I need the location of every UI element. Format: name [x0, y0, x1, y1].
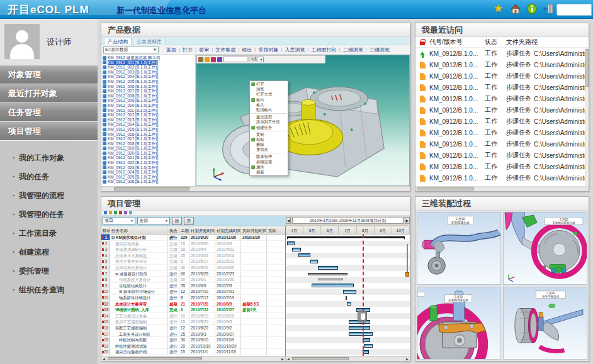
- tree-item[interactable]: KM_0912_009 [B.1.0(工作)]: [103, 98, 195, 103]
- sidebar-sub-item[interactable]: 工作流目录: [0, 224, 98, 243]
- tree-item[interactable]: KM_0912_008 [B.1.0(工作)]: [103, 94, 195, 99]
- zoom-icon[interactable]: [205, 57, 210, 62]
- col-task-name[interactable]: 任务名称: [110, 226, 168, 234]
- cad-menu-item[interactable]: 文件集成: [213, 47, 238, 53]
- tree-item[interactable]: KM_0912_003 [B.1.0(工作)]: [103, 70, 195, 75]
- exit-icon[interactable]: [543, 3, 554, 14]
- tree-item[interactable]: KM_0912_021 [B.1.0(工作)]: [103, 155, 195, 160]
- task-row[interactable]: 4总体技术方案制定完成252010/4/222010/5/16: [101, 253, 285, 259]
- scrollbar-thumb[interactable]: [114, 187, 189, 190]
- sidebar-sub-item[interactable]: 组织任务查询: [0, 280, 98, 299]
- task-row[interactable]: 17工装夹具设计制造进行252010/9/32010/9/27: [101, 331, 285, 338]
- toolbar-icon[interactable]: [124, 211, 127, 214]
- measure-icon[interactable]: [217, 57, 222, 62]
- scroll-right-icon[interactable]: ▶: [405, 356, 410, 361]
- context-menu-item[interactable]: 打开方式: [250, 92, 288, 97]
- sidebar-main-item[interactable]: 对象管理: [0, 65, 98, 84]
- cad-menu-item[interactable]: 入库浏览: [282, 47, 307, 53]
- context-menu-item[interactable]: 浏览: [250, 87, 288, 92]
- tree-item[interactable]: KM_0912_024 [B.1.0(工作)]: [103, 170, 195, 175]
- tree-item[interactable]: KM_0912_015 [B.1.0(工作)]: [103, 127, 195, 132]
- col-code[interactable]: 代号/版本号: [429, 38, 485, 47]
- task-row[interactable]: 3市场需求调研分析完成182010/4/42010/4/21: [101, 246, 285, 253]
- filter-button[interactable]: 筛: [172, 217, 182, 225]
- task-row[interactable]: 14工艺方案设计准备进行102010/8/102010/8/19: [101, 313, 285, 319]
- toolbar-icon[interactable]: [114, 211, 117, 214]
- table-row[interactable]: KM_0912/B.1.0...工作步骤任务C:\Users\Administr…: [415, 138, 589, 150]
- assembly-view-1[interactable]: 工序10 安装摆臂总成: [417, 212, 501, 285]
- col-path[interactable]: 文件夹路径: [506, 38, 589, 47]
- info-icon[interactable]: [526, 3, 538, 14]
- col-status[interactable]: 状态: [485, 38, 506, 47]
- task-row[interactable]: 12总体设计方案评审超期212010/7/202010/8/9超期5.5天: [101, 301, 285, 307]
- table-row[interactable]: KM_0912/B.1.0...工作步骤任务C:\Users\Administr…: [415, 93, 589, 104]
- gantt-bar[interactable]: [349, 326, 370, 330]
- toolbar-icon[interactable]: [119, 211, 122, 214]
- col-id[interactable]: 标识: [101, 226, 110, 234]
- slider-handle[interactable]: [405, 272, 409, 277]
- timeline-left-arrow[interactable]: ◀: [286, 217, 291, 224]
- toolbar-icon[interactable]: [104, 211, 107, 214]
- tree-item[interactable]: KM_0912_017 [B.1.0(工作)]: [103, 136, 195, 141]
- col-plan-end[interactable]: 计划完成时间: [215, 226, 241, 234]
- scrollbar-thumb[interactable]: [417, 187, 474, 190]
- sidebar-main-item[interactable]: 项目管理: [0, 122, 98, 141]
- cad-menu-item[interactable]: 签审: [196, 47, 212, 53]
- gantt-bar[interactable]: [349, 332, 372, 336]
- cad-tab-structure[interactable]: 产品结构: [104, 38, 132, 45]
- table-hscroll[interactable]: ◀▶: [101, 356, 286, 361]
- sidebar-sub-item[interactable]: 委托管理: [0, 262, 98, 280]
- scroll-left-icon[interactable]: ◀: [101, 356, 106, 361]
- cad-menu-item[interactable]: 工程图打印: [309, 47, 339, 53]
- context-menu-item[interactable]: 删除: [250, 142, 288, 147]
- gantt-bar[interactable]: [318, 278, 342, 280]
- project-filter-dropdown[interactable]: 项目▼: [103, 217, 135, 224]
- favorites-star-icon[interactable]: ★: [494, 3, 505, 14]
- task-row[interactable]: 6总体结构方案设计完成302010/5/222010/6/20: [101, 265, 285, 271]
- tree-item[interactable]: KM_0912_023 [B.1.0(工作)]: [103, 165, 195, 170]
- scrollbar-thumb[interactable]: [108, 357, 202, 360]
- toolbar-icon[interactable]: [109, 211, 112, 214]
- table-row[interactable]: KM_0912/B.1.0...工作步骤任务C:\Users\Administr…: [415, 59, 589, 70]
- table-row[interactable]: KM_0912/B.1.0...工作步骤任务C:\Users\Administr…: [415, 127, 589, 138]
- context-menu-item[interactable]: 属性: [250, 165, 288, 170]
- task-row[interactable]: 19样机性能测试试验进行202010/10/102010/10/29: [101, 343, 285, 350]
- gantt-bar[interactable]: [310, 260, 318, 263]
- assembly-view-3[interactable]: 工序30 安装制动蹄总成: [417, 287, 501, 360]
- col-actual-start[interactable]: 实际开始时间: [241, 226, 267, 234]
- table-row[interactable]: KM_0912/B.1.0...工作步骤任务C:\Users\Administr…: [415, 48, 589, 59]
- table-row[interactable]: KM_0912/B.1.0...工作步骤任务C:\Users\Administr…: [415, 172, 589, 184]
- gantt-bar[interactable]: [364, 344, 373, 348]
- sidebar-main-item[interactable]: 任务管理: [0, 103, 98, 122]
- tree-item[interactable]: KM_0912_002 [B.1.0(工作)]: [103, 65, 195, 70]
- cad-menu-item[interactable]: 打开: [180, 47, 195, 53]
- tree-item[interactable]: KM_0912_010 [B.1.0(工作)]: [103, 103, 195, 108]
- context-menu-item[interactable]: 粘贴: [250, 137, 288, 142]
- tree-item[interactable]: KM_0912_011 [B.1.0(工作)]: [103, 108, 195, 113]
- tree-item[interactable]: KM_0912_025 [B.1.0(工作)]: [103, 175, 195, 180]
- gantt-bar[interactable]: [292, 248, 301, 251]
- task-row[interactable]: 20项目总结验收归档进行152010/11/12010/11/15: [101, 349, 285, 355]
- toolbar-icon[interactable]: [129, 211, 132, 214]
- task-row[interactable]: 16装配工艺规程编制进行122010/8/222010/9/2: [101, 325, 285, 331]
- tree-item[interactable]: KM_0912_019 [B.1.0(工作)]: [103, 146, 195, 151]
- context-menu-item[interactable]: 版本管理: [250, 154, 288, 159]
- task-row[interactable]: 11轴系部件详细设计进行82010/7/122010/7/19: [101, 295, 285, 301]
- model-icon[interactable]: [198, 57, 203, 62]
- cad-3d-viewport[interactable]: 总装配▼: [196, 55, 410, 186]
- tree-item[interactable]: KM_0912_005 [B.1.0(工作)]: [103, 79, 195, 84]
- tree-item[interactable]: KM_0912_013 [B.1.0(工作)]: [103, 118, 195, 123]
- task-row[interactable]: 9齿轮箱结构设计进行352010/6/52010/7/9: [101, 283, 285, 289]
- tree-item[interactable]: KM_0912_001 [B.1.0(工作)]: [103, 60, 195, 65]
- scroll-right-icon[interactable]: ▶: [280, 356, 285, 361]
- gantt-bar[interactable]: [346, 296, 347, 300]
- tree-item[interactable]: KM_0912_006 [B.1.0(工作)]: [103, 84, 195, 89]
- task-row[interactable]: 15机加工艺规程编制进行152010/8/202010/9/3: [101, 319, 285, 325]
- gantt-bar[interactable]: [298, 253, 311, 257]
- chart-hscroll[interactable]: ◀▶: [286, 356, 410, 361]
- search-button[interactable]: 查: [184, 217, 194, 225]
- tree-item[interactable]: KM_0912_007 [B.1.0(工作)]: [103, 89, 195, 94]
- recent-horizontal-scrollbar[interactable]: [415, 186, 589, 191]
- table-row[interactable]: KM_0912/B.1.0...工作步骤任务C:\Users\Administr…: [415, 104, 589, 116]
- cad-menu-item[interactable]: 受控对象: [256, 47, 281, 53]
